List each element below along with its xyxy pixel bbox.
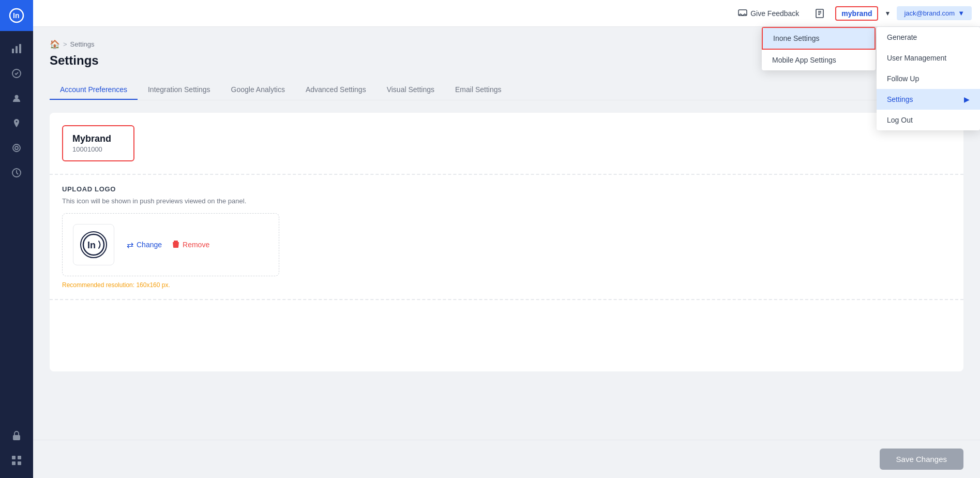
breadcrumb-home-icon[interactable]: 🏠 [50, 39, 60, 49]
brand-id: 10001000 [72, 145, 124, 153]
dropdown-generate-label: Generate [887, 33, 917, 41]
user-email: jack@brand.com [904, 9, 955, 17]
feedback-label: Give Feedback [750, 9, 799, 18]
tab-advanced-label: Advanced Settings [306, 85, 366, 94]
feedback-button[interactable]: Give Feedback [733, 6, 804, 21]
save-bar: Save Changes [33, 440, 980, 478]
tab-visual-settings[interactable]: Visual Settings [376, 80, 445, 100]
tab-integration-settings[interactable]: Integration Settings [138, 80, 221, 100]
svg-rect-10 [13, 435, 20, 440]
brand-button[interactable]: mybrand [835, 6, 878, 21]
sidebar-bottom [5, 418, 28, 478]
dropdown-item-logout[interactable]: Log Out [877, 110, 980, 130]
tab-account-preferences[interactable]: Account Preferences [50, 80, 138, 100]
breadcrumb-page: Settings [70, 40, 95, 48]
sidebar-item-lock[interactable] [5, 424, 28, 447]
brand-name: Mybrand [72, 133, 124, 144]
main-dropdown: Generate User Management Follow Up Setti… [877, 27, 980, 130]
svg-point-7 [13, 144, 20, 152]
logo-area: In ⇄ Change [62, 213, 279, 276]
change-label: Change [137, 241, 162, 249]
main-area: Give Feedback mybrand ▼ jack@brand.com ▼… [33, 0, 980, 478]
svg-rect-11 [12, 456, 16, 459]
divider-bottom [50, 299, 963, 300]
sidebar-item-tasks[interactable] [5, 62, 28, 85]
submenu-inone-label: Inone Settings [773, 34, 820, 42]
tab-google-analytics[interactable]: Google Analytics [221, 80, 295, 100]
svg-rect-13 [12, 461, 16, 465]
user-chevron-icon: ▼ [958, 9, 964, 17]
svg-rect-14 [18, 461, 21, 465]
upload-section: UPLOAD LOGO This icon will be shown in p… [62, 175, 951, 299]
save-changes-button[interactable]: Save Changes [880, 449, 963, 470]
svg-point-6 [15, 95, 19, 99]
svg-text:In: In [87, 240, 96, 250]
dropdown-item-settings[interactable]: Settings ▶ [877, 89, 980, 110]
submenu-item-mobile[interactable]: Mobile App Settings [762, 50, 876, 70]
sidebar: In [0, 0, 33, 478]
sidebar-item-location[interactable] [5, 112, 28, 135]
settings-card: Mybrand 10001000 UPLOAD LOGO This icon w… [50, 113, 963, 371]
topbar-chevron-icon[interactable]: ▼ [884, 10, 891, 17]
logo-preview: In [73, 224, 114, 265]
brand-box: Mybrand 10001000 [62, 125, 134, 161]
dropdown-settings-label: Settings [887, 95, 913, 103]
topbar: Give Feedback mybrand ▼ jack@brand.com ▼… [33, 0, 980, 27]
sidebar-nav [5, 31, 28, 418]
sidebar-item-analytics[interactable] [5, 37, 28, 60]
svg-rect-2 [12, 49, 14, 53]
dropdown-item-followup[interactable]: Follow Up [877, 68, 980, 89]
remove-logo-button[interactable]: Remove [172, 240, 209, 250]
sidebar-logo[interactable]: In [0, 0, 33, 31]
trash-icon [172, 240, 179, 250]
remove-label: Remove [183, 241, 209, 249]
user-button[interactable]: jack@brand.com ▼ [897, 6, 972, 20]
tabs-nav: Account Preferences Integration Settings… [50, 80, 963, 100]
tab-advanced-settings[interactable]: Advanced Settings [295, 80, 376, 100]
tab-account-label: Account Preferences [60, 85, 127, 94]
tab-integration-label: Integration Settings [148, 85, 210, 94]
submenu-mobile-label: Mobile App Settings [772, 56, 836, 64]
logo-actions: ⇄ Change Remove [127, 240, 209, 250]
submenu-dropdown: Inone Settings Mobile App Settings [762, 27, 876, 70]
svg-point-8 [15, 146, 18, 150]
book-button[interactable] [810, 5, 829, 22]
tab-google-label: Google Analytics [231, 85, 285, 94]
upload-label: UPLOAD LOGO [62, 185, 951, 193]
svg-rect-3 [16, 46, 18, 53]
tab-email-label: Email Settings [455, 85, 501, 94]
dropdown-settings-arrow-icon: ▶ [964, 95, 970, 103]
change-logo-button[interactable]: ⇄ Change [127, 240, 162, 250]
dropdown-logout-label: Log Out [887, 116, 913, 124]
logo-icon: In [80, 231, 107, 258]
change-icon: ⇄ [127, 240, 133, 250]
dropdown-usermgmt-label: User Management [887, 54, 946, 62]
tab-visual-label: Visual Settings [387, 85, 434, 94]
svg-rect-12 [18, 456, 21, 459]
breadcrumb-separator: > [63, 40, 67, 48]
dropdown-item-user-mgmt[interactable]: User Management [877, 48, 980, 68]
svg-rect-16 [816, 9, 823, 18]
sidebar-item-history[interactable] [5, 161, 28, 184]
submenu-item-inone[interactable]: Inone Settings [762, 27, 876, 50]
svg-rect-4 [19, 44, 21, 53]
page-content: 🏠 > Settings Settings Account Preference… [33, 27, 980, 478]
tab-email-settings[interactable]: Email Settings [445, 80, 511, 100]
sidebar-item-circle[interactable] [5, 137, 28, 159]
dropdown-followup-label: Follow Up [887, 74, 919, 83]
svg-text:In: In [13, 11, 19, 20]
upload-description: This icon will be shown in push previews… [62, 197, 951, 205]
dropdown-item-generate[interactable]: Generate [877, 27, 980, 48]
sidebar-item-contacts[interactable] [5, 87, 28, 110]
sidebar-item-grid[interactable] [5, 449, 28, 472]
resolution-hint: Recommended resolution: 160x160 px. [62, 281, 951, 289]
